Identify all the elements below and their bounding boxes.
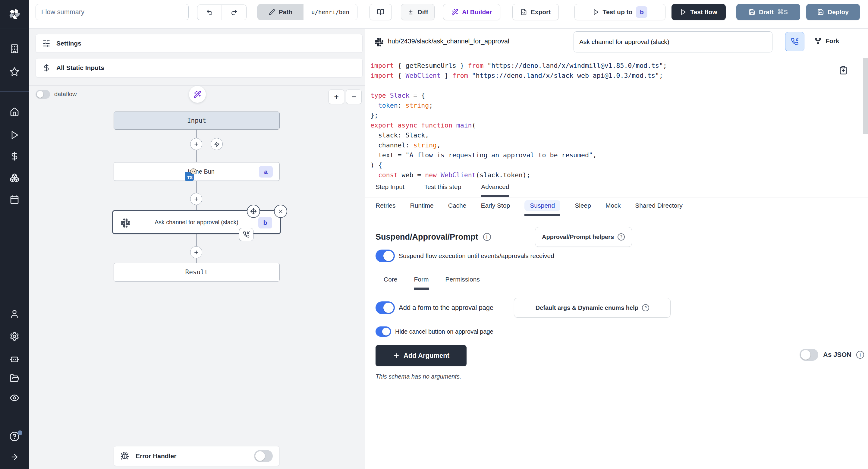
tab-step-input[interactable]: Step Input — [375, 179, 404, 197]
move-step-handle[interactable] — [247, 205, 260, 218]
add-form-toggle[interactable] — [375, 302, 395, 314]
add-argument-label: Add Argument — [404, 352, 450, 359]
as-json-toggle[interactable] — [800, 349, 818, 361]
dataflow-toggle[interactable] — [36, 90, 50, 99]
add-argument-button[interactable]: Add Argument — [375, 345, 467, 366]
subtab-suspend[interactable]: Suspend — [524, 197, 560, 216]
copy-code-button[interactable] — [839, 66, 848, 75]
move-icon — [250, 208, 257, 215]
workers-bot-icon[interactable] — [0, 353, 29, 365]
subtab-shared-directory[interactable]: Shared Directory — [635, 197, 683, 216]
info-icon[interactable]: i — [856, 351, 864, 359]
error-handler-toggle[interactable] — [254, 450, 273, 462]
slack-icon — [375, 38, 383, 46]
windmill-logo[interactable] — [0, 4, 29, 24]
docs-book-button[interactable] — [370, 4, 392, 20]
path-value[interactable]: u/henri/ben — [304, 4, 357, 20]
wand-sparkles-icon — [193, 90, 201, 98]
test-flow-label: Test flow — [690, 8, 717, 16]
insert-trigger-button[interactable] — [211, 138, 223, 150]
path-button[interactable]: Path — [258, 4, 304, 20]
book-open-icon — [377, 8, 384, 16]
subtab-sleep[interactable]: Sleep — [575, 197, 591, 216]
flow-summary-input[interactable] — [36, 4, 189, 20]
favorites-star-icon[interactable] — [0, 66, 29, 78]
fork-button[interactable]: Fork — [814, 37, 839, 45]
clipboard-icon — [839, 66, 848, 75]
insert-step-button[interactable] — [190, 138, 202, 150]
subtab-runtime[interactable]: Runtime — [410, 197, 434, 216]
suspend-flow-toggle[interactable] — [375, 250, 395, 262]
approval-prompt-helpers-label: Approval/Prompt helpers — [542, 233, 614, 241]
flow-settings-button[interactable]: Settings — [36, 34, 363, 53]
save-icon — [817, 9, 824, 15]
undo-icon — [206, 9, 213, 16]
zoom-in-button[interactable]: + — [329, 90, 344, 104]
zoom-out-button[interactable]: − — [346, 90, 362, 104]
error-handler-row[interactable]: Error Handler — [114, 446, 280, 466]
settings-gear-icon[interactable] — [0, 330, 29, 342]
subtab-cache[interactable]: Cache — [448, 197, 467, 216]
zap-icon — [214, 142, 220, 147]
delete-step-button[interactable] — [274, 205, 287, 218]
code-editor[interactable]: import { getResumeUrls } from "https://d… — [365, 57, 868, 179]
help-icon[interactable] — [0, 430, 29, 442]
hide-cancel-toggle[interactable] — [375, 326, 391, 337]
tab-form[interactable]: Form — [414, 271, 429, 290]
ai-flow-wand-button[interactable] — [189, 86, 206, 103]
save-icon — [749, 9, 755, 15]
input-node-label: Input — [187, 117, 206, 124]
insert-step-button[interactable] — [190, 246, 202, 258]
runs-play-icon[interactable] — [0, 129, 29, 141]
suspend-form-tabs: Core Form Permissions — [365, 271, 858, 290]
phone-incoming-icon — [791, 38, 799, 45]
typescript-bun-icon: TS — [185, 172, 194, 181]
variables-dollar-icon[interactable] — [0, 150, 29, 162]
result-node[interactable]: Result — [114, 263, 280, 282]
export-button[interactable]: Export — [513, 4, 559, 20]
rail-divider-top — [0, 29, 29, 29]
tab-core[interactable]: Core — [384, 271, 398, 290]
default-args-help-button[interactable]: Default args & Dynamic enums help ? — [514, 298, 671, 318]
inline-bun-node[interactable]: TS Inline Bun a — [114, 162, 280, 181]
add-form-row: Add a form to the approval page Default … — [375, 298, 671, 318]
input-node[interactable]: Input — [114, 112, 280, 130]
code-scrollbar[interactable] — [863, 58, 868, 134]
all-static-inputs-button[interactable]: All Static Inputs — [36, 58, 363, 77]
suspend-heading: Suspend/Approval/Prompt — [375, 232, 478, 242]
undo-button[interactable] — [197, 5, 222, 20]
approval-step-node[interactable]: Ask channel for approval (slack) b — [112, 210, 281, 234]
tab-test-this-step[interactable]: Test this step — [424, 179, 461, 197]
fork-label: Fork — [826, 37, 839, 44]
deploy-button[interactable]: Deploy — [806, 4, 860, 20]
approval-prompt-helpers-button[interactable]: Approval/Prompt helpers ? — [535, 227, 632, 247]
ai-builder-button[interactable]: AI Builder — [443, 4, 500, 20]
suspend-indicator-button[interactable] — [785, 32, 804, 51]
insert-step-button[interactable] — [190, 193, 202, 205]
diff-button[interactable]: Diff — [401, 4, 435, 20]
subtab-early-stop[interactable]: Early Stop — [481, 197, 510, 216]
all-static-inputs-label: All Static Inputs — [56, 64, 104, 71]
draft-label: Draft — [759, 8, 774, 16]
resources-boxes-icon[interactable] — [0, 172, 29, 184]
test-flow-button[interactable]: Test flow — [672, 4, 726, 20]
as-json-label: As JSON — [823, 351, 851, 359]
step-name-input[interactable] — [574, 31, 772, 53]
tab-advanced[interactable]: Advanced — [481, 179, 509, 197]
home-icon[interactable] — [0, 106, 29, 118]
schedules-calendar-icon[interactable] — [0, 193, 29, 206]
redo-button[interactable] — [222, 5, 246, 20]
add-form-label: Add a form to the approval page — [399, 304, 493, 312]
test-up-to-button[interactable]: Test up to b — [575, 4, 665, 20]
folders-icon[interactable] — [0, 372, 29, 384]
subtab-mock[interactable]: Mock — [606, 197, 621, 216]
collapse-arrow-icon[interactable] — [0, 451, 29, 463]
export-label: Export — [531, 8, 551, 16]
audit-eye-icon[interactable] — [0, 392, 29, 404]
info-icon[interactable]: i — [483, 233, 491, 241]
workspace-icon[interactable] — [0, 43, 29, 55]
subtab-retries[interactable]: Retries — [375, 197, 396, 216]
tab-permissions[interactable]: Permissions — [445, 271, 480, 290]
draft-button[interactable]: Draft ⌘S — [736, 4, 800, 20]
user-icon[interactable] — [0, 308, 29, 320]
